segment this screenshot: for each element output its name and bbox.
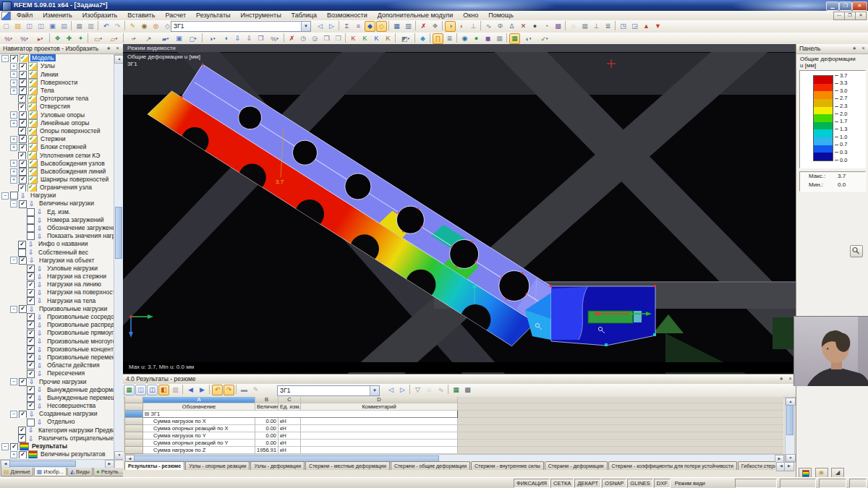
panel-tab-factors[interactable]: ◉ [815,468,828,478]
tree-item[interactable]: −Нагрузки [0,192,114,200]
tree-item[interactable]: −✓Произвольные нагрузки [0,305,114,313]
tree-item[interactable]: ✓Инфо о названии [0,240,114,248]
tree-checkbox[interactable]: ✓ [18,103,26,111]
menu-item[interactable]: Возможности [322,11,373,20]
tree-checkbox[interactable] [10,192,18,200]
tree-checkbox[interactable]: ✓ [19,305,27,313]
menu-item[interactable]: Вставить [122,11,160,20]
tree-item[interactable]: ✓Узловые нагрузки [0,265,114,273]
tree-item[interactable]: Собственный вес [0,249,114,257]
chart-results-icon[interactable]: ∿ [435,385,446,395]
tree-item[interactable]: ✓Нагрузки на тела [0,297,114,305]
table-views-icon[interactable]: ◫ [147,385,158,395]
tree-item[interactable]: ✓Нагрузки на поверхность [0,288,114,296]
generate-icon[interactable]: ◆ [417,33,428,44]
expand-icon[interactable]: + [10,160,17,167]
tree-item[interactable]: ✓Уплотнения сетки КЭ [0,151,114,159]
tree-checkbox[interactable]: ✓ [19,144,27,152]
status-toggle-фиксация[interactable]: ФИКСАЦИЯ [514,479,550,488]
tree-item[interactable]: ✓Несовершенства [0,402,114,410]
column-letter-C[interactable]: C [278,397,301,403]
zoom-window-icon[interactable]: ◉ [139,21,150,32]
tree-item[interactable]: +✓Тела [0,87,114,95]
delete-results-icon[interactable]: ✗ [418,21,429,32]
opening-tool-icon[interactable]: ◻▾ [185,33,200,44]
printout-report-icon[interactable]: ▥ [403,21,414,32]
tree-item[interactable]: ✓Нагрузки на стержни [0,273,114,281]
settings-gear-icon[interactable]: ❖ [430,21,441,32]
tree-item[interactable]: −✓Нагрузки на объект [0,257,114,265]
tree-item[interactable]: +✓Узловые опоры [0,111,114,119]
calculate-icon[interactable]: ▦ [509,33,520,44]
results-vertical-scrollbar[interactable]: ▲ ▼ [785,397,795,463]
tree-item[interactable]: +✓Высвобождения узлов [0,159,114,167]
results-tab-6[interactable]: Стержни - внутренние силы [471,461,544,470]
tree-item[interactable]: ✓Произвольные сосредоточ... [0,313,114,321]
expand-icon[interactable]: + [10,176,17,184]
pin-icon[interactable]: ∗ [851,45,859,53]
delete-object-icon[interactable]: ✕ [518,21,529,32]
expand-icon[interactable]: + [10,144,17,151]
collapse-icon[interactable]: − [10,306,17,313]
menu-item[interactable]: Результаты [191,11,235,20]
tree-checkbox[interactable]: ✓ [19,176,27,184]
navigator-tab-2[interactable]: ▦Изобр... [34,468,67,476]
tree-checkbox[interactable]: ✓ [19,257,27,265]
pin-icon[interactable]: ∗ [778,375,786,383]
tree-checkbox[interactable]: ✓ [19,135,27,143]
tree-checkbox[interactable]: ✓ [27,394,35,402]
menu-item[interactable]: Изобразить [77,11,123,20]
tree-item[interactable]: ✓Различить отрицательные нагр... [0,435,114,442]
scroll-down-icon[interactable]: ▼ [786,454,796,462]
tree-checkbox[interactable]: ✓ [19,451,27,459]
row-gutter[interactable] [124,418,143,425]
tree-checkbox[interactable]: ✓ [19,119,27,127]
tree-checkbox[interactable]: ✓ [18,427,26,435]
zoom-scale-button[interactable] [850,245,863,257]
tree-checkbox[interactable]: ✓ [19,111,27,119]
results-tab-3[interactable]: Узлы - деформации [250,461,305,470]
expand-icon[interactable]: + [10,451,17,458]
results-tab-9[interactable]: Гибкости стержней [738,461,775,470]
tree-item[interactable]: Обозначение загружений [0,224,114,232]
table-row[interactable]: Сумма опорных реакций по X0.00кН [124,425,783,432]
axis-kz-icon[interactable]: Κ [371,33,382,44]
menu-item[interactable]: Расчет [160,11,191,20]
tree-item[interactable]: +✓Поверхности [0,79,114,87]
edit-cell-icon[interactable]: ✎ [250,385,261,395]
tree-checkbox[interactable]: ✓ [18,152,26,160]
surface-load-icon[interactable]: ❐ [255,33,266,44]
row-gutter[interactable] [124,440,143,447]
tree-item[interactable]: −✓Созданные нагрузки [0,410,114,418]
tree-checkbox[interactable]: ✓ [19,378,27,386]
menu-item[interactable]: Инструменты [235,11,286,20]
tree-checkbox[interactable] [18,249,26,257]
navigator-tab-1[interactable]: ▤Данные [1,468,33,476]
rotate-view-icon[interactable]: ◎ [150,21,161,32]
column-letter-D[interactable]: D [301,397,458,403]
new-line-icon[interactable]: ✚ [64,33,75,44]
tree-item[interactable]: ✓Опоры поверхностей [0,127,114,135]
tree-item[interactable]: +✓Линии [0,70,114,78]
tree-item[interactable]: ✓Ограничения узла [0,184,114,192]
tree-item[interactable]: ✓Произвольные переменны... [0,354,114,361]
tree-checkbox[interactable]: ✓ [18,241,26,249]
tree-checkbox[interactable]: ✓ [18,435,26,442]
select-all-icon[interactable]: ▭▾ [90,33,106,44]
tree-checkbox[interactable]: ✓ [27,313,35,321]
table-pin-icon[interactable]: ◫ [135,385,146,395]
expand-icon[interactable]: + [10,71,17,78]
select-special-icon[interactable]: ▱▾ [106,33,122,44]
print-preview-icon[interactable]: ▥ [85,21,96,32]
group-cell[interactable]: ⊟ ЗГ1 [143,411,458,418]
mirror-model-icon[interactable]: ∆ [506,21,517,32]
collapse-icon[interactable]: − [1,55,9,62]
loadcase-prev-icon[interactable]: ◁ [315,21,326,32]
close-pane-icon[interactable]: × [114,45,122,53]
tree-checkbox[interactable]: ✓ [27,402,35,410]
tree-item[interactable]: +✓Шарниры поверхностей [0,176,114,184]
table-row[interactable]: Сумма нагрузок по Y0.00кН [124,432,783,440]
mdi-restore-button[interactable]: ❐ [844,12,856,20]
open-file-icon[interactable]: ▨ [12,21,23,32]
tree-item[interactable]: −✓Величины нагрузки [0,200,114,207]
